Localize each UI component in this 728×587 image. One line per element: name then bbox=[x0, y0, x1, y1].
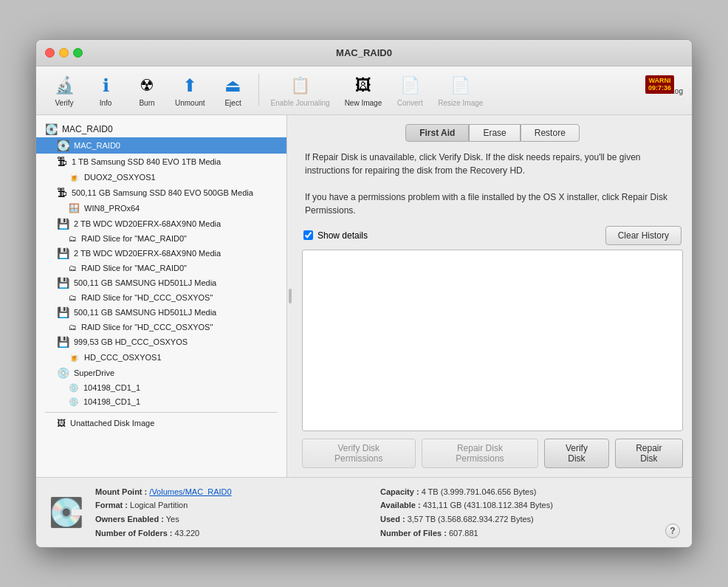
eject-icon: ⏏ bbox=[222, 74, 245, 97]
sidebar-item-samsung-hd2[interactable]: 💾 500,11 GB SAMSUNG HD501LJ Media bbox=[36, 304, 286, 320]
folders-value: 43.220 bbox=[175, 529, 200, 538]
close-button[interactable] bbox=[45, 48, 55, 58]
format-row: Format : Logical Partition bbox=[95, 498, 368, 512]
log-button[interactable]: WARNI 09:7:36 Log bbox=[670, 69, 683, 95]
show-details-label: Show details bbox=[317, 230, 368, 241]
sidebar-item-mac-raid0-parent[interactable]: 💽 MAC_RAID0 bbox=[36, 121, 286, 137]
minimize-button[interactable] bbox=[59, 48, 69, 58]
toolbar-verify[interactable]: 🔬 Verify bbox=[45, 71, 83, 110]
samsung-1tb-label: 1 TB Samsung SSD 840 EVO 1TB Media bbox=[72, 157, 221, 166]
mac-raid0-child-label: MAC_RAID0 bbox=[74, 141, 120, 150]
samsung-1tb-icon: 🗜 bbox=[57, 156, 67, 168]
mount-point-value[interactable]: /Volumes/MAC_RAID0 bbox=[149, 487, 231, 496]
titlebar: MAC_RAID0 bbox=[36, 40, 692, 66]
sidebar-item-raid-slice-hd1[interactable]: 🗂 RAID Slice for "HD_CCC_OSXYOS" bbox=[36, 291, 286, 304]
capacity-label: Capacity : bbox=[380, 487, 419, 496]
content-area: 💽 MAC_RAID0 💽 MAC_RAID0 🗜 1 TB Samsung S… bbox=[36, 115, 692, 477]
files-row: Number of Files : 607.881 bbox=[380, 526, 653, 540]
toolbar-info[interactable]: ℹ Info bbox=[86, 71, 125, 110]
toolbar-new-image[interactable]: 🖼 New Image bbox=[339, 71, 388, 110]
used-label: Used : bbox=[380, 515, 405, 524]
show-details: Show details bbox=[303, 230, 368, 241]
capacity-row: Capacity : 4 TB (3.999.791.046.656 Bytes… bbox=[380, 485, 653, 499]
sidebar-item-mac-raid0-child[interactable]: 💽 MAC_RAID0 bbox=[36, 137, 286, 154]
samsung-hd1-icon: 💾 bbox=[57, 277, 69, 289]
mount-point-row: Mount Point : /Volumes/MAC_RAID0 bbox=[95, 485, 368, 499]
files-value: 607.881 bbox=[449, 529, 478, 538]
format-label: Format : bbox=[95, 501, 128, 509]
sidebar-item-wdc-1[interactable]: 💾 2 TB WDC WD20EFRX-68AX9N0 Media bbox=[36, 216, 286, 232]
toolbar-eject[interactable]: ⏏ Eject bbox=[214, 71, 253, 110]
raid-slice-2-icon: 🗂 bbox=[69, 264, 77, 272]
tab-first-aid[interactable]: First Aid bbox=[405, 124, 469, 142]
sidebar-item-samsung-500gb[interactable]: 🗜 500,11 GB Samsung SSD 840 EVO 500GB Me… bbox=[36, 185, 286, 201]
capacity-value: 4 TB (3.999.791.046.656 Bytes) bbox=[422, 487, 537, 496]
wdc-2-icon: 💾 bbox=[57, 247, 69, 259]
wdc-1-icon: 💾 bbox=[57, 218, 69, 230]
burn-label: Burn bbox=[139, 99, 154, 107]
history-area bbox=[302, 250, 683, 431]
sidebar-item-win8pro[interactable]: 🪟 WIN8_PROx64 bbox=[36, 201, 286, 216]
sidebar-item-unattached[interactable]: 🖼 Unattached Disk Image bbox=[36, 416, 286, 430]
win8pro-label: WIN8_PROx64 bbox=[84, 204, 140, 213]
resize-dot bbox=[289, 289, 292, 303]
sidebar-item-wdc-2[interactable]: 💾 2 TB WDC WD20EFRX-68AX9N0 Media bbox=[36, 245, 286, 261]
repair-disk-button[interactable]: Repair Disk bbox=[615, 439, 683, 468]
raid-slice-2-label: RAID Slice for "MAC_RAID0" bbox=[81, 264, 187, 272]
sidebar-item-raid-slice-2[interactable]: 🗂 RAID Slice for "MAC_RAID0" bbox=[36, 261, 286, 275]
sidebar-item-superdrive[interactable]: 💿 SuperDrive bbox=[36, 365, 286, 381]
tab-bar: First Aid Erase Restore bbox=[302, 124, 683, 142]
sidebar-item-samsung-1tb[interactable]: 🗜 1 TB Samsung SSD 840 EVO 1TB Media bbox=[36, 154, 286, 170]
cd1-1a-icon: 💿 bbox=[69, 383, 79, 393]
cd1-1b-icon: 💿 bbox=[69, 397, 79, 407]
maximize-button[interactable] bbox=[73, 48, 83, 58]
info-left: Mount Point : /Volumes/MAC_RAID0 Format … bbox=[95, 485, 368, 540]
mount-point-label: Mount Point : bbox=[95, 487, 147, 496]
sidebar-item-cd1-1b[interactable]: 💿 104198_CD1_1 bbox=[36, 395, 286, 409]
unattached-icon: 🖼 bbox=[57, 418, 66, 428]
main-window: MAC_RAID0 🔬 Verify ℹ Info ☢ Burn ⬆ Unmou… bbox=[35, 39, 693, 549]
owners-value: Yes bbox=[166, 515, 179, 524]
sidebar-item-raid-slice-1[interactable]: 🗂 RAID Slice for "MAC_RAID0" bbox=[36, 232, 286, 245]
sidebar-item-samsung-hd1[interactable]: 💾 500,11 GB SAMSUNG HD501LJ Media bbox=[36, 275, 286, 291]
toolbar-unmount[interactable]: ⬆ Unmount bbox=[169, 71, 211, 110]
description-text: If Repair Disk is unavailable, click Ver… bbox=[302, 151, 683, 217]
available-row: Available : 431,11 GB (431.108.112.384 B… bbox=[380, 498, 653, 512]
verify-disk-button[interactable]: Verify Disk bbox=[544, 439, 608, 468]
sidebar-item-hd-ccc-os[interactable]: 🍺 HD_CCC_OSXYOS1 bbox=[36, 350, 286, 365]
win8pro-icon: 🪟 bbox=[69, 203, 80, 213]
enable-journaling-label: Enable Journaling bbox=[271, 99, 330, 107]
samsung-500gb-label: 500,11 GB Samsung SSD 840 EVO 500GB Medi… bbox=[72, 188, 253, 197]
disk-large-icon: 💽 bbox=[48, 495, 83, 530]
samsung-hd2-label: 500,11 GB SAMSUNG HD501LJ Media bbox=[74, 308, 216, 317]
unmount-icon: ⬆ bbox=[178, 74, 202, 97]
status-bar: 💽 Mount Point : /Volumes/MAC_RAID0 Forma… bbox=[36, 477, 692, 548]
unattached-label: Unattached Disk Image bbox=[70, 419, 154, 428]
toolbar-resize-image: 📄 Resize Image bbox=[432, 71, 489, 110]
clear-history-button[interactable]: Clear History bbox=[605, 226, 681, 245]
owners-label: Owners Enabled : bbox=[95, 515, 164, 524]
log-badge-line1: WARNI bbox=[648, 77, 671, 85]
tab-erase[interactable]: Erase bbox=[469, 124, 520, 142]
toolbar-separator-1 bbox=[258, 74, 259, 106]
toolbar-burn[interactable]: ☢ Burn bbox=[128, 71, 166, 110]
verify-disk-permissions-button[interactable]: Verify Disk Permissions bbox=[302, 439, 416, 468]
sidebar-item-duox2[interactable]: 🍺 DUOX2_OSXYOS1 bbox=[36, 170, 286, 185]
tab-restore[interactable]: Restore bbox=[521, 124, 580, 142]
sidebar-item-raid-slice-hd2[interactable]: 🗂 RAID Slice for "HD_CCC_OSXYOS" bbox=[36, 320, 286, 334]
sidebar-item-hd-ccc[interactable]: 💾 999,53 GB HD_CCC_OSXYOS bbox=[36, 334, 286, 350]
show-details-checkbox[interactable] bbox=[303, 230, 313, 240]
toolbar-enable-journaling: 📋 Enable Journaling bbox=[265, 71, 336, 110]
files-label: Number of Files : bbox=[380, 529, 447, 538]
repair-disk-permissions-button[interactable]: Repair Disk Permissions bbox=[422, 439, 539, 468]
resize-handle[interactable] bbox=[287, 115, 293, 477]
samsung-hd2-icon: 💾 bbox=[57, 306, 69, 318]
help-button[interactable]: ? bbox=[665, 524, 680, 538]
cd1-1a-label: 104198_CD1_1 bbox=[83, 383, 140, 392]
mac-raid0-child-icon: 💽 bbox=[57, 140, 69, 151]
sidebar-divider bbox=[45, 412, 278, 413]
info-icon: ℹ bbox=[94, 74, 117, 97]
traffic-lights bbox=[45, 48, 83, 58]
used-row: Used : 3,57 TB (3.568.682.934.272 Bytes) bbox=[380, 512, 653, 526]
sidebar-item-cd1-1a[interactable]: 💿 104198_CD1_1 bbox=[36, 381, 286, 395]
